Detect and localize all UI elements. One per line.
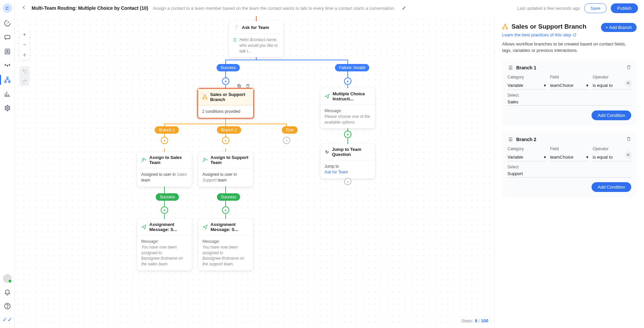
message-label: Message:: [202, 239, 249, 244]
field-select[interactable]: teamChoice▾: [550, 81, 589, 90]
svg-rect-20: [506, 28, 508, 29]
add-step-button[interactable]: +: [344, 178, 351, 185]
save-button[interactable]: Save: [584, 3, 607, 13]
svg-point-2: [6, 50, 8, 52]
history-controls: [20, 66, 30, 86]
svg-rect-11: [238, 85, 241, 88]
broadcast-icon[interactable]: [4, 62, 11, 69]
steps-sep: /: [479, 318, 480, 323]
workspace-avatar[interactable]: C: [3, 3, 12, 13]
edge-label-success: Success: [217, 193, 240, 201]
messages-icon[interactable]: [4, 34, 11, 41]
settings-icon[interactable]: [4, 104, 11, 112]
edge-label-failure: Failure: Invalid: [335, 64, 369, 71]
zoom-out-button[interactable]: −: [20, 40, 30, 50]
steps-used: 8: [475, 318, 477, 323]
add-step-button[interactable]: +: [161, 206, 168, 214]
add-step-button[interactable]: +: [344, 77, 351, 85]
jump-label: Jump to: [325, 164, 371, 169]
back-arrow-icon[interactable]: [21, 4, 27, 12]
svg-rect-19: [503, 28, 504, 29]
node-sales-or-support-branch[interactable]: Sales or Support Branch 2 conditions pro…: [197, 88, 254, 119]
add-step-button[interactable]: +: [222, 137, 229, 144]
send-icon: [202, 224, 208, 230]
svg-rect-13: [204, 95, 205, 96]
node-assignment-message-sales[interactable]: Assignment Message: S... Message: You ha…: [137, 219, 192, 270]
dashboard-icon[interactable]: [4, 20, 11, 27]
node-title: Multiple Choice Instructi...: [333, 91, 371, 101]
redo-button[interactable]: [20, 76, 30, 86]
assign-icon: [141, 157, 147, 163]
svg-point-3: [7, 65, 8, 66]
branch-icon: [202, 94, 207, 100]
reports-icon[interactable]: [4, 90, 11, 98]
edge-label-success: Success: [217, 64, 240, 71]
chevron-down-icon: ▾: [586, 155, 589, 160]
category-select[interactable]: Variable▾: [507, 153, 546, 161]
value-input[interactable]: Sales: [507, 98, 631, 106]
remove-condition-icon[interactable]: ✕: [624, 79, 632, 87]
node-title: Assignment Message: S...: [211, 222, 249, 232]
svg-point-17: [204, 158, 205, 160]
delete-branch-icon[interactable]: [626, 65, 631, 71]
branch-name: Branch 2: [516, 137, 536, 142]
field-label: Field: [550, 75, 589, 79]
add-step-button[interactable]: +: [344, 131, 351, 138]
jump-target-link[interactable]: Ask for Team: [325, 169, 371, 175]
zoom-center-button[interactable]: [20, 50, 30, 60]
node-assign-support-team[interactable]: Assign to Support Team Assigned to user …: [198, 152, 253, 187]
node-assign-sales-team[interactable]: Assign to Sales Team Assigned to user in…: [137, 152, 192, 187]
undo-button[interactable]: [20, 66, 30, 76]
node-body-text: Hello $contact.name, who would you like …: [239, 37, 279, 54]
field-select[interactable]: teamChoice▾: [550, 153, 589, 161]
svg-rect-12: [237, 84, 240, 87]
message-label: Message:: [325, 108, 371, 114]
help-icon[interactable]: [4, 302, 11, 310]
assign-post: team: [217, 178, 227, 183]
add-step-button[interactable]: +: [161, 137, 168, 144]
drag-handle-icon[interactable]: ☰: [507, 136, 514, 142]
send-icon: [325, 93, 330, 99]
drag-handle-icon[interactable]: ☰: [507, 65, 514, 71]
learn-best-practices-link[interactable]: Learn the best practices of this step: [502, 32, 576, 37]
question-icon: ❔: [233, 24, 239, 30]
category-select[interactable]: Variable▾: [507, 81, 546, 90]
message-text: You have now been assigned to $assignee.…: [141, 245, 183, 266]
top-bar: Multi-Team Routing: Multiple Choice by C…: [15, 0, 644, 16]
node-ask-for-team[interactable]: ❔Ask for Team ☲ Hello $contact.name, who…: [229, 21, 283, 57]
add-step-button[interactable]: +: [222, 77, 229, 85]
node-title: Ask for Team: [242, 25, 269, 30]
operator-label: Operator: [593, 75, 631, 79]
zoom-in-button[interactable]: +: [20, 30, 30, 40]
add-condition-button[interactable]: Add Condition: [592, 110, 631, 120]
delete-branch-icon[interactable]: [626, 136, 631, 142]
add-step-button[interactable]: +: [283, 137, 290, 144]
value-input[interactable]: Support: [507, 169, 631, 177]
brand-check-icon: ✓✓: [2, 316, 12, 323]
edge-label-else: Else: [282, 126, 298, 134]
svg-point-9: [7, 307, 7, 308]
notifications-icon[interactable]: [4, 289, 11, 296]
node-title: Jump to Team Question: [332, 147, 371, 157]
zoom-controls: + −: [20, 30, 30, 60]
publish-button[interactable]: Publish: [611, 3, 638, 13]
node-assignment-message-support[interactable]: Assignment Message: S... Message: You ha…: [198, 219, 253, 270]
workflows-icon[interactable]: [4, 76, 11, 84]
node-jump-to-team-question[interactable]: ↻Jump to Team Question Jump to Ask for T…: [320, 144, 375, 178]
list-icon: ☲: [233, 37, 237, 43]
value-label: Select: [507, 165, 631, 169]
svg-point-16: [143, 158, 144, 160]
node-multiple-choice-instructions[interactable]: Multiple Choice Instructi... Message: Pl…: [320, 88, 375, 128]
workflow-canvas[interactable]: + − ❔Ask for Team ☲ Hello $contact.name,…: [15, 16, 494, 328]
contacts-icon[interactable]: [4, 48, 11, 55]
remove-condition-icon[interactable]: ✕: [624, 151, 632, 159]
branch-card: ☰ Branch 2 Category Variable▾ Field team…: [502, 132, 637, 197]
node-title: Assign to Sales Team: [149, 155, 188, 165]
add-step-button[interactable]: +: [222, 206, 229, 214]
svg-point-10: [24, 54, 25, 56]
steps-total: 100: [481, 318, 488, 323]
add-condition-button[interactable]: Add Condition: [592, 182, 631, 192]
user-avatar[interactable]: [3, 274, 12, 283]
add-branch-button[interactable]: + Add Branch: [601, 23, 637, 32]
edit-title-icon[interactable]: [402, 5, 407, 11]
